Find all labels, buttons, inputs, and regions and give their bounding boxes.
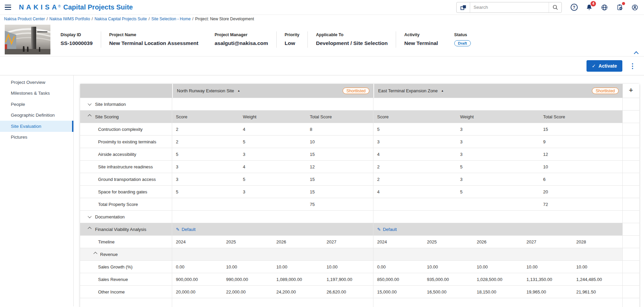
table-row-revenue: Revenue (80, 248, 639, 260)
cell-value: 3 (456, 139, 539, 144)
row-label: Total Property Score (98, 202, 138, 207)
cell-value: 5 (373, 127, 456, 132)
sidebar-item-people[interactable]: People (0, 99, 73, 110)
project-fields: Display ID SS-10000039 Project Name New … (61, 23, 479, 56)
cell-value: 5 (239, 177, 306, 182)
sidebar-item-pictures[interactable]: Pictures (0, 132, 73, 143)
site-1-cells (172, 98, 373, 110)
row-label[interactable]: Site Information (95, 102, 126, 107)
sidebar-item-site-evaluation[interactable]: Site Evaluation (0, 121, 73, 132)
row-gutter (623, 111, 639, 123)
collapse-header-chevron-icon[interactable] (632, 49, 640, 55)
row-label: Contruction complexity (98, 127, 143, 132)
cell-value: 850,000.00 (373, 277, 423, 282)
cell-value: 19,965.00 (523, 289, 573, 294)
menu-icon[interactable] (5, 4, 14, 11)
site-1-cells: 75 (172, 198, 373, 210)
row-label: Ground transportation access (98, 177, 156, 182)
more-options-kebab-icon[interactable]: ⋮ (629, 63, 636, 69)
table-row-clipped (80, 298, 639, 307)
cell-value: 20 (539, 189, 622, 194)
cell-value: 2024 (373, 239, 423, 244)
topbar: NAKISA® Capital Projects Suite ? 4 (0, 0, 644, 15)
site-2-cells: ScoreWeightTotal Score (373, 111, 623, 123)
product-name: Capital Projects Suite (63, 3, 133, 11)
row-label[interactable]: Documentation (95, 214, 124, 219)
cell-value: 72 (539, 202, 622, 207)
cell-value: 900,000.00 (172, 277, 223, 282)
cell-value: 3 (456, 152, 539, 157)
site-2-cells: 4520 (373, 186, 623, 198)
cell-value: 10.00 (273, 264, 323, 269)
cell-value: 2 (172, 139, 239, 144)
cell-value: 2026 (473, 239, 523, 244)
row-label[interactable]: Revenue (100, 252, 118, 257)
clipboard-tasks-icon[interactable] (615, 3, 624, 12)
row-label-cell: Sales Growth (%) (80, 261, 172, 273)
site-2-cells (373, 211, 623, 223)
site-2-cells (373, 248, 623, 260)
field-priority: Priority Low (277, 32, 308, 46)
sidebar-item-geographic-definition[interactable]: Geographic Definition (0, 110, 73, 121)
cell-value: Weight (456, 114, 539, 119)
row-gutter (623, 123, 639, 135)
chevron-up-icon[interactable] (88, 114, 91, 118)
default-link[interactable]: ✎Default (373, 227, 397, 232)
site-2-cells: 72 (373, 198, 623, 210)
cell-value: 5 (172, 189, 239, 194)
breadcrumb-link[interactable]: Nakisa Product Center (4, 17, 45, 21)
window-stack-icon[interactable] (457, 2, 470, 13)
sort-asc-icon[interactable]: ▲ (237, 89, 240, 92)
globe-icon[interactable] (600, 3, 609, 12)
cell-value: 3 (456, 127, 539, 132)
site-1-cells: 5315 (172, 148, 373, 160)
cell-value: Score (172, 114, 239, 119)
table-header-row: North Runway Extension Site ▲ Shortliste… (80, 84, 639, 98)
sidebar-item-project-overview[interactable]: Project Overview (0, 77, 73, 88)
chevron-up-icon[interactable] (93, 252, 97, 256)
table-body: Site InformationSite ScoringScoreWeightT… (80, 98, 639, 307)
row-label-cell: Airside accessibility (80, 148, 172, 160)
row-label-cell: Proximity to existing terminals (80, 136, 172, 148)
sort-asc-icon[interactable]: ▲ (441, 89, 444, 92)
row-label: Timeline (98, 239, 115, 244)
shortlisted-badge: Shortlisted (592, 88, 619, 94)
sidebar-item-milestones-tasks[interactable]: Milestones & Tasks (0, 88, 73, 99)
account-icon[interactable] (630, 3, 639, 12)
app-logo[interactable]: NAKISA® Capital Projects Suite (19, 3, 133, 11)
row-gutter (623, 98, 639, 110)
default-link[interactable]: ✎Default (172, 227, 196, 232)
add-site-button[interactable]: + (629, 87, 633, 94)
notifications-bell-icon[interactable]: 4 (585, 3, 594, 12)
chevron-up-icon[interactable] (88, 227, 91, 231)
search-icon[interactable] (549, 2, 561, 13)
default-link-label: Default (182, 227, 196, 232)
breadcrumb: Nakisa Product Center/Nakisa IWMS Portfo… (0, 15, 644, 23)
app-window: NAKISA® Capital Projects Suite ? 4 (0, 0, 644, 307)
breadcrumb-link[interactable]: Nakisa IWMS Portfolio (49, 17, 90, 21)
site-column-header: North Runway Extension Site ▲ Shortliste… (172, 84, 373, 98)
chevron-down-icon[interactable] (88, 214, 91, 218)
breadcrumb-link[interactable]: Nakisa Capital Projects Suite (94, 17, 147, 21)
breadcrumb-separator: / (192, 17, 193, 21)
help-icon[interactable]: ? (570, 3, 578, 12)
breadcrumb-separator: / (92, 17, 93, 21)
row-label[interactable]: Site Scoring (95, 114, 119, 119)
activate-button[interactable]: ✓ Activate (586, 60, 622, 72)
row-gutter (623, 148, 639, 160)
row-gutter (623, 136, 639, 148)
table-row-contruction-complexity: Contruction complexity2485315 (80, 123, 639, 135)
row-label-cell: Revenue (80, 248, 172, 260)
cell-value: 2 (172, 127, 239, 132)
cell-value: Total Score (539, 114, 622, 119)
breadcrumb-link[interactable]: Site Selection - Home (152, 17, 191, 21)
chevron-down-icon[interactable] (88, 102, 91, 105)
cell-value: 22,000.00 (223, 289, 273, 294)
cell-value: 1,028,500.00 (473, 277, 523, 282)
main-panel: North Runway Extension Site ▲ Shortliste… (74, 75, 644, 306)
row-label[interactable]: Financial Viability Analysis (95, 227, 146, 232)
cell-value: 2025 (423, 239, 473, 244)
cell-value: 10.00 (323, 264, 373, 269)
site-2-cells: 4312 (373, 148, 623, 160)
search-input[interactable] (470, 2, 549, 13)
